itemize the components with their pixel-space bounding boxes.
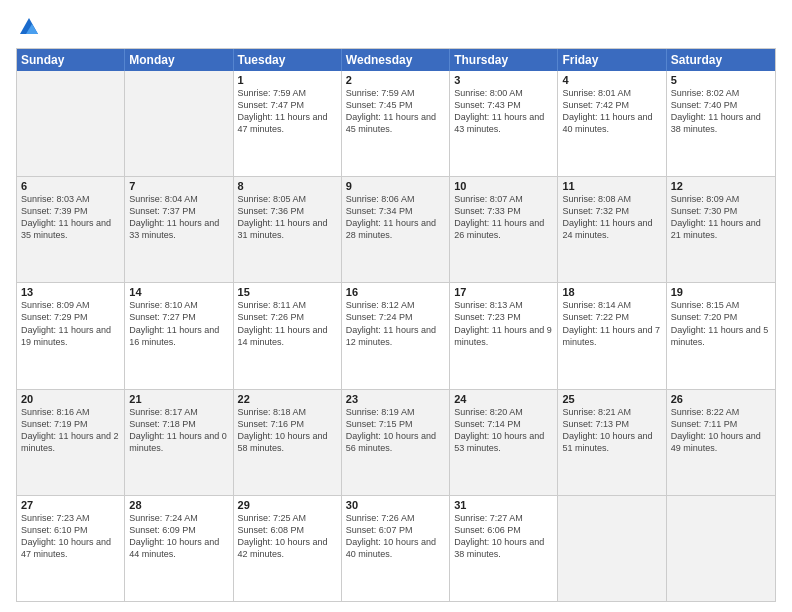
calendar-row: 27Sunrise: 7:23 AM Sunset: 6:10 PM Dayli… (17, 495, 775, 601)
day-number: 18 (562, 286, 661, 298)
day-cell-26: 26Sunrise: 8:22 AM Sunset: 7:11 PM Dayli… (667, 390, 775, 495)
logo-icon (18, 16, 40, 38)
day-cell-21: 21Sunrise: 8:17 AM Sunset: 7:18 PM Dayli… (125, 390, 233, 495)
weekday-header-wednesday: Wednesday (342, 49, 450, 71)
day-cell-16: 16Sunrise: 8:12 AM Sunset: 7:24 PM Dayli… (342, 283, 450, 388)
day-number: 13 (21, 286, 120, 298)
day-info: Sunrise: 8:09 AM Sunset: 7:29 PM Dayligh… (21, 299, 120, 348)
day-number: 28 (129, 499, 228, 511)
day-info: Sunrise: 8:08 AM Sunset: 7:32 PM Dayligh… (562, 193, 661, 242)
calendar-row: 20Sunrise: 8:16 AM Sunset: 7:19 PM Dayli… (17, 389, 775, 495)
day-cell-30: 30Sunrise: 7:26 AM Sunset: 6:07 PM Dayli… (342, 496, 450, 601)
day-info: Sunrise: 8:14 AM Sunset: 7:22 PM Dayligh… (562, 299, 661, 348)
day-cell-12: 12Sunrise: 8:09 AM Sunset: 7:30 PM Dayli… (667, 177, 775, 282)
day-info: Sunrise: 8:05 AM Sunset: 7:36 PM Dayligh… (238, 193, 337, 242)
day-cell-6: 6Sunrise: 8:03 AM Sunset: 7:39 PM Daylig… (17, 177, 125, 282)
day-info: Sunrise: 8:02 AM Sunset: 7:40 PM Dayligh… (671, 87, 771, 136)
day-number: 26 (671, 393, 771, 405)
day-number: 8 (238, 180, 337, 192)
day-number: 4 (562, 74, 661, 86)
day-info: Sunrise: 8:13 AM Sunset: 7:23 PM Dayligh… (454, 299, 553, 348)
day-cell-7: 7Sunrise: 8:04 AM Sunset: 7:37 PM Daylig… (125, 177, 233, 282)
day-info: Sunrise: 8:16 AM Sunset: 7:19 PM Dayligh… (21, 406, 120, 455)
day-number: 15 (238, 286, 337, 298)
empty-cell (125, 71, 233, 176)
day-number: 6 (21, 180, 120, 192)
day-info: Sunrise: 8:20 AM Sunset: 7:14 PM Dayligh… (454, 406, 553, 455)
day-number: 17 (454, 286, 553, 298)
empty-cell (558, 496, 666, 601)
day-info: Sunrise: 8:12 AM Sunset: 7:24 PM Dayligh… (346, 299, 445, 348)
day-cell-8: 8Sunrise: 8:05 AM Sunset: 7:36 PM Daylig… (234, 177, 342, 282)
weekday-header-sunday: Sunday (17, 49, 125, 71)
day-cell-9: 9Sunrise: 8:06 AM Sunset: 7:34 PM Daylig… (342, 177, 450, 282)
day-number: 14 (129, 286, 228, 298)
day-info: Sunrise: 7:59 AM Sunset: 7:47 PM Dayligh… (238, 87, 337, 136)
day-info: Sunrise: 8:01 AM Sunset: 7:42 PM Dayligh… (562, 87, 661, 136)
day-info: Sunrise: 8:09 AM Sunset: 7:30 PM Dayligh… (671, 193, 771, 242)
day-info: Sunrise: 8:10 AM Sunset: 7:27 PM Dayligh… (129, 299, 228, 348)
weekday-header-monday: Monday (125, 49, 233, 71)
weekday-header-saturday: Saturday (667, 49, 775, 71)
day-cell-18: 18Sunrise: 8:14 AM Sunset: 7:22 PM Dayli… (558, 283, 666, 388)
day-number: 20 (21, 393, 120, 405)
day-cell-4: 4Sunrise: 8:01 AM Sunset: 7:42 PM Daylig… (558, 71, 666, 176)
day-info: Sunrise: 8:06 AM Sunset: 7:34 PM Dayligh… (346, 193, 445, 242)
day-number: 22 (238, 393, 337, 405)
day-cell-22: 22Sunrise: 8:18 AM Sunset: 7:16 PM Dayli… (234, 390, 342, 495)
day-number: 25 (562, 393, 661, 405)
day-cell-15: 15Sunrise: 8:11 AM Sunset: 7:26 PM Dayli… (234, 283, 342, 388)
day-info: Sunrise: 8:03 AM Sunset: 7:39 PM Dayligh… (21, 193, 120, 242)
calendar: SundayMondayTuesdayWednesdayThursdayFrid… (16, 48, 776, 602)
header (16, 16, 776, 42)
day-number: 16 (346, 286, 445, 298)
day-info: Sunrise: 7:26 AM Sunset: 6:07 PM Dayligh… (346, 512, 445, 561)
day-info: Sunrise: 8:21 AM Sunset: 7:13 PM Dayligh… (562, 406, 661, 455)
day-number: 29 (238, 499, 337, 511)
day-cell-25: 25Sunrise: 8:21 AM Sunset: 7:13 PM Dayli… (558, 390, 666, 495)
day-number: 21 (129, 393, 228, 405)
day-info: Sunrise: 8:15 AM Sunset: 7:20 PM Dayligh… (671, 299, 771, 348)
day-info: Sunrise: 7:27 AM Sunset: 6:06 PM Dayligh… (454, 512, 553, 561)
day-number: 10 (454, 180, 553, 192)
day-cell-11: 11Sunrise: 8:08 AM Sunset: 7:32 PM Dayli… (558, 177, 666, 282)
page: SundayMondayTuesdayWednesdayThursdayFrid… (0, 0, 792, 612)
day-cell-5: 5Sunrise: 8:02 AM Sunset: 7:40 PM Daylig… (667, 71, 775, 176)
calendar-row: 6Sunrise: 8:03 AM Sunset: 7:39 PM Daylig… (17, 176, 775, 282)
day-number: 7 (129, 180, 228, 192)
logo-text (16, 16, 40, 42)
day-number: 23 (346, 393, 445, 405)
day-info: Sunrise: 8:04 AM Sunset: 7:37 PM Dayligh… (129, 193, 228, 242)
weekday-header-friday: Friday (558, 49, 666, 71)
weekday-header-tuesday: Tuesday (234, 49, 342, 71)
day-cell-27: 27Sunrise: 7:23 AM Sunset: 6:10 PM Dayli… (17, 496, 125, 601)
logo (16, 16, 40, 42)
day-number: 9 (346, 180, 445, 192)
day-number: 27 (21, 499, 120, 511)
day-info: Sunrise: 7:59 AM Sunset: 7:45 PM Dayligh… (346, 87, 445, 136)
calendar-header: SundayMondayTuesdayWednesdayThursdayFrid… (17, 49, 775, 71)
day-cell-2: 2Sunrise: 7:59 AM Sunset: 7:45 PM Daylig… (342, 71, 450, 176)
day-info: Sunrise: 7:25 AM Sunset: 6:08 PM Dayligh… (238, 512, 337, 561)
day-number: 24 (454, 393, 553, 405)
day-cell-14: 14Sunrise: 8:10 AM Sunset: 7:27 PM Dayli… (125, 283, 233, 388)
day-number: 1 (238, 74, 337, 86)
day-info: Sunrise: 8:19 AM Sunset: 7:15 PM Dayligh… (346, 406, 445, 455)
day-number: 19 (671, 286, 771, 298)
day-number: 12 (671, 180, 771, 192)
calendar-row: 1Sunrise: 7:59 AM Sunset: 7:47 PM Daylig… (17, 71, 775, 176)
day-number: 31 (454, 499, 553, 511)
day-number: 5 (671, 74, 771, 86)
day-info: Sunrise: 8:11 AM Sunset: 7:26 PM Dayligh… (238, 299, 337, 348)
day-cell-17: 17Sunrise: 8:13 AM Sunset: 7:23 PM Dayli… (450, 283, 558, 388)
calendar-body: 1Sunrise: 7:59 AM Sunset: 7:47 PM Daylig… (17, 71, 775, 601)
day-info: Sunrise: 7:24 AM Sunset: 6:09 PM Dayligh… (129, 512, 228, 561)
day-number: 11 (562, 180, 661, 192)
day-cell-13: 13Sunrise: 8:09 AM Sunset: 7:29 PM Dayli… (17, 283, 125, 388)
empty-cell (667, 496, 775, 601)
day-cell-20: 20Sunrise: 8:16 AM Sunset: 7:19 PM Dayli… (17, 390, 125, 495)
day-cell-29: 29Sunrise: 7:25 AM Sunset: 6:08 PM Dayli… (234, 496, 342, 601)
day-number: 30 (346, 499, 445, 511)
day-info: Sunrise: 7:23 AM Sunset: 6:10 PM Dayligh… (21, 512, 120, 561)
day-info: Sunrise: 8:07 AM Sunset: 7:33 PM Dayligh… (454, 193, 553, 242)
